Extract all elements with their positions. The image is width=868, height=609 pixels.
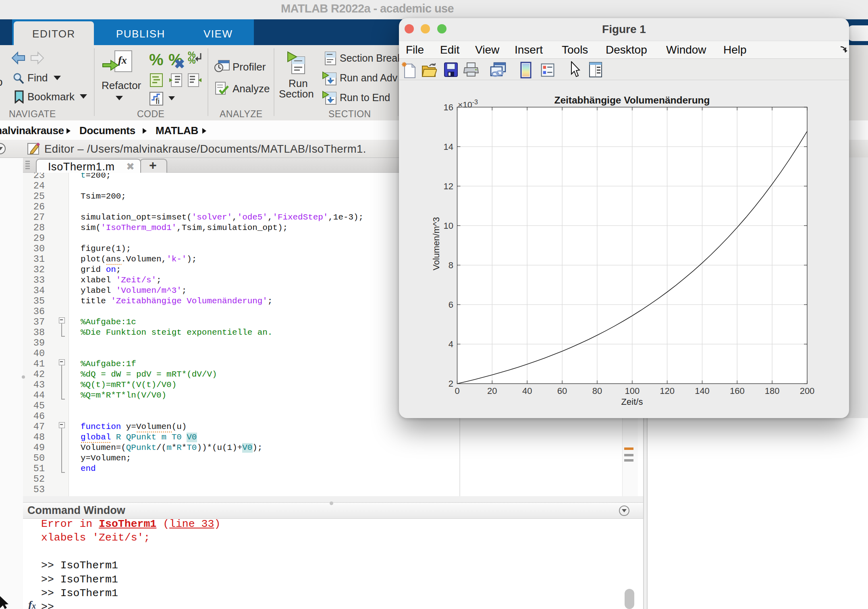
svg-text:fx: fx <box>118 54 127 66</box>
svg-text:fi: fi <box>156 97 160 106</box>
